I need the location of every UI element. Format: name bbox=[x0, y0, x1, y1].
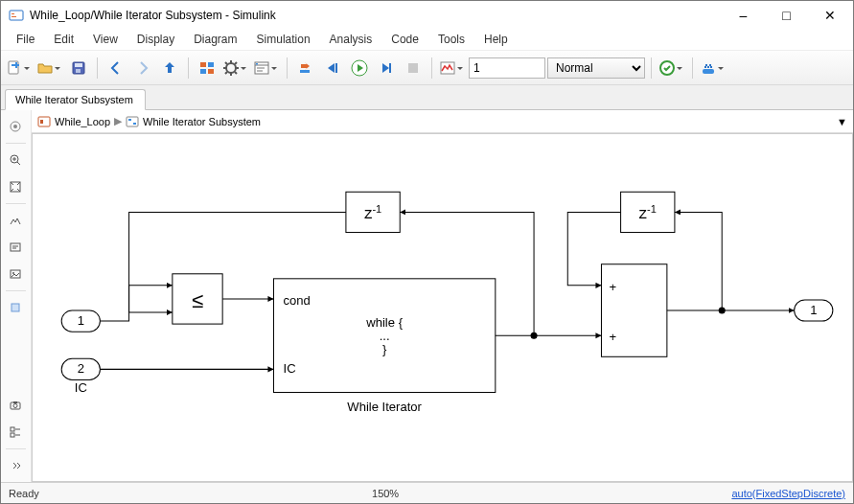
editor-tab[interactable]: While Iterator Subsystem bbox=[5, 89, 146, 110]
svg-rect-29 bbox=[12, 304, 19, 311]
screenshot-button[interactable] bbox=[3, 393, 28, 418]
simulation-mode-select[interactable]: Normal bbox=[547, 57, 645, 79]
app-window: While_Loop/While Iterator Subsystem - Si… bbox=[0, 0, 854, 504]
menu-file[interactable]: File bbox=[7, 30, 44, 50]
svg-text:≤: ≤ bbox=[192, 288, 203, 312]
svg-rect-0 bbox=[10, 11, 23, 20]
palette-expand-button[interactable] bbox=[3, 453, 28, 478]
breadcrumb-separator-icon: ▶ bbox=[114, 115, 122, 127]
svg-text:1: 1 bbox=[78, 313, 84, 328]
window-minimize-button[interactable]: – bbox=[722, 2, 765, 29]
svg-rect-35 bbox=[38, 117, 50, 126]
svg-rect-32 bbox=[13, 401, 17, 403]
unit-delay-2-block[interactable]: z-1 bbox=[621, 192, 675, 232]
svg-text:IC: IC bbox=[284, 361, 296, 376]
menu-edit[interactable]: Edit bbox=[44, 30, 83, 50]
svg-rect-3 bbox=[15, 62, 17, 68]
image-button[interactable] bbox=[3, 262, 28, 286]
fit-to-view-button[interactable] bbox=[3, 174, 28, 199]
svg-rect-18 bbox=[408, 63, 418, 73]
back-button[interactable] bbox=[104, 56, 128, 80]
window-maximize-button[interactable]: □ bbox=[765, 2, 808, 29]
menu-tools[interactable]: Tools bbox=[428, 30, 474, 50]
tabs-bar: While Iterator Subsystem bbox=[1, 85, 853, 110]
svg-rect-14 bbox=[300, 70, 310, 73]
canvas[interactable]: 1 2 IC ≤ bbox=[32, 133, 853, 482]
menubar: File Edit View Display Diagram Simulatio… bbox=[1, 30, 853, 51]
svg-rect-34 bbox=[11, 433, 14, 437]
relational-operator-block[interactable]: ≤ bbox=[173, 274, 222, 324]
svg-rect-21 bbox=[703, 69, 714, 74]
breadcrumb-root[interactable]: While_Loop bbox=[37, 115, 110, 128]
editor-tab-label: While Iterator Subsystem bbox=[15, 94, 133, 105]
stop-time-input[interactable] bbox=[469, 57, 545, 79]
breadcrumb-sub[interactable]: While Iterator Subsystem bbox=[126, 115, 261, 128]
status-bar: Ready 150% auto(FixedStepDiscrete) bbox=[1, 482, 853, 503]
toolbar: Normal bbox=[1, 51, 853, 85]
sum-block[interactable]: + + bbox=[601, 264, 666, 357]
window-close-button[interactable]: ✕ bbox=[808, 2, 851, 29]
svg-rect-7 bbox=[200, 62, 206, 67]
svg-rect-17 bbox=[389, 63, 391, 73]
app-icon bbox=[9, 8, 24, 23]
menu-help[interactable]: Help bbox=[474, 30, 518, 50]
svg-rect-15 bbox=[335, 63, 337, 73]
menu-simulation[interactable]: Simulation bbox=[247, 30, 320, 50]
svg-rect-9 bbox=[200, 69, 206, 74]
svg-rect-8 bbox=[208, 62, 214, 67]
titlebar: While_Loop/While Iterator Subsystem - Si… bbox=[1, 1, 853, 30]
svg-point-11 bbox=[226, 63, 236, 73]
zoom-tool-button[interactable] bbox=[3, 148, 28, 172]
annotation-button[interactable] bbox=[3, 235, 28, 260]
window-title: While_Loop/While Iterator Subsystem - Si… bbox=[30, 9, 722, 22]
svg-text:}: } bbox=[382, 342, 387, 356]
run-button[interactable] bbox=[347, 56, 372, 80]
menu-analysis[interactable]: Analysis bbox=[320, 30, 382, 50]
svg-text:+: + bbox=[610, 280, 617, 294]
step-back-button[interactable] bbox=[320, 56, 345, 80]
svg-rect-38 bbox=[128, 119, 131, 121]
save-button[interactable] bbox=[66, 56, 91, 80]
new-button[interactable] bbox=[5, 56, 34, 80]
svg-rect-39 bbox=[133, 123, 136, 125]
forward-button[interactable] bbox=[130, 56, 155, 80]
menu-diagram[interactable]: Diagram bbox=[184, 30, 246, 50]
svg-text:1: 1 bbox=[810, 303, 817, 317]
model-browser-button[interactable] bbox=[3, 420, 28, 445]
explorer-dropdown-icon[interactable]: ▼ bbox=[837, 116, 847, 127]
fast-restart-button[interactable] bbox=[293, 56, 318, 80]
library-browser-button[interactable] bbox=[195, 56, 219, 80]
step-forward-button[interactable] bbox=[374, 56, 399, 80]
inport-2-block[interactable]: 2 IC bbox=[61, 358, 100, 394]
inport-2-label: IC bbox=[75, 380, 87, 395]
svg-rect-10 bbox=[208, 69, 214, 74]
model-config-button[interactable] bbox=[221, 56, 250, 80]
hide-navigate-button[interactable] bbox=[3, 114, 28, 139]
svg-rect-6 bbox=[76, 69, 81, 73]
show-sample-time-button[interactable] bbox=[3, 208, 28, 233]
open-button[interactable] bbox=[35, 56, 64, 80]
up-button[interactable] bbox=[157, 56, 182, 80]
inport-1-block[interactable]: 1 bbox=[61, 310, 100, 332]
svg-text:2: 2 bbox=[78, 361, 84, 376]
svg-text:while {: while { bbox=[365, 315, 403, 330]
menu-code[interactable]: Code bbox=[381, 30, 428, 50]
status-solver[interactable]: auto(FixedStepDiscrete) bbox=[731, 488, 845, 499]
svg-text:cond: cond bbox=[284, 293, 311, 308]
stop-button[interactable] bbox=[401, 56, 426, 80]
palette bbox=[1, 110, 32, 482]
data-inspector-button[interactable] bbox=[438, 56, 467, 80]
status-zoom[interactable]: 150% bbox=[357, 488, 414, 499]
area-button[interactable] bbox=[3, 295, 28, 320]
svg-rect-26 bbox=[11, 243, 20, 251]
unit-delay-1-block[interactable]: z-1 bbox=[346, 192, 400, 232]
build-button[interactable] bbox=[699, 56, 727, 80]
menu-display[interactable]: Display bbox=[127, 30, 184, 50]
menu-view[interactable]: View bbox=[83, 30, 127, 50]
breadcrumb-root-label: While_Loop bbox=[55, 116, 110, 127]
while-iterator-block[interactable]: cond IC while { ... } While Iterator bbox=[273, 279, 495, 414]
outport-1-block[interactable]: 1 bbox=[795, 300, 833, 321]
update-diagram-button[interactable] bbox=[658, 56, 686, 80]
model-explorer-button[interactable] bbox=[252, 56, 281, 80]
svg-point-31 bbox=[13, 404, 17, 408]
